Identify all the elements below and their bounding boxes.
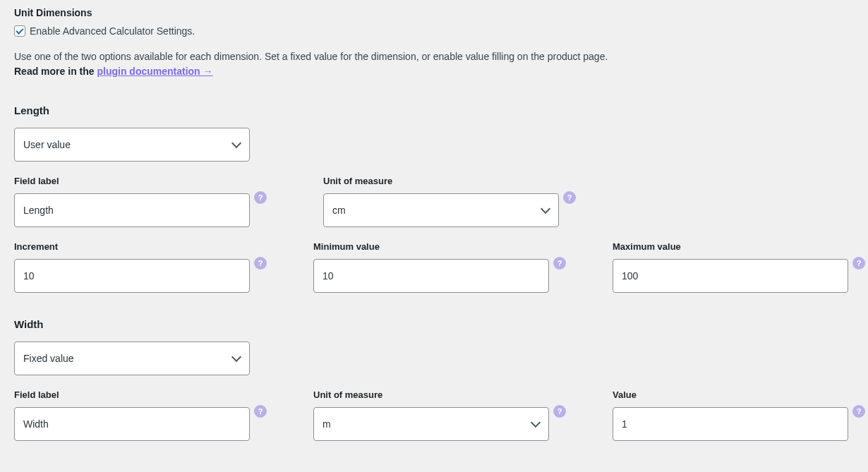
help-icon[interactable]: ? [852,257,865,270]
section-title: Unit Dimensions [14,7,854,18]
length-unit-select[interactable]: cm [323,193,559,227]
width-heading: Width [14,318,854,330]
width-value-label: Value [613,389,854,400]
length-heading: Length [14,104,854,116]
help-icon[interactable]: ? [254,257,267,270]
length-field-label-label: Field label [14,176,265,186]
description-bold: Read more in the plugin documentation → [14,66,213,77]
width-unit-col: Unit of measure m ? [313,389,555,441]
length-max-input[interactable] [613,259,848,293]
help-icon[interactable]: ? [553,405,566,418]
length-max-label: Maximum value [613,241,854,252]
length-increment-label: Increment [14,241,255,252]
length-unit-label: Unit of measure [323,176,574,186]
width-value-col: Value ? [613,389,854,441]
width-unit-select[interactable]: m [313,407,549,441]
length-type-select[interactable]: User value [14,128,250,162]
length-min-col: Minimum value ? [313,241,555,293]
length-min-input[interactable] [313,259,549,293]
length-max-col: Maximum value ? [613,241,854,293]
enable-advanced-label: Enable Advanced Calculator Settings. [30,25,195,37]
width-field-label-input[interactable] [14,407,250,441]
width-unit-label: Unit of measure [313,389,555,400]
length-field-label-col: Field label ? [14,176,265,227]
help-icon[interactable]: ? [852,405,865,418]
help-icon[interactable]: ? [254,405,267,418]
width-value-input[interactable] [613,407,848,441]
width-field-label-col: Field label ? [14,389,255,441]
length-increment-col: Increment ? [14,241,255,293]
enable-advanced-row: Enable Advanced Calculator Settings. [14,25,854,37]
description-text: Use one of the two options available for… [14,49,854,79]
length-increment-input[interactable] [14,259,250,293]
enable-advanced-checkbox[interactable] [14,25,25,37]
width-type-select[interactable]: Fixed value [14,341,250,375]
width-field-label-label: Field label [14,389,255,400]
plugin-documentation-link[interactable]: plugin documentation → [97,66,212,77]
help-icon[interactable]: ? [553,257,566,270]
length-min-label: Minimum value [313,241,555,252]
help-icon[interactable]: ? [563,191,576,204]
description-prefix: Use one of the two options available for… [14,51,608,62]
help-icon[interactable]: ? [254,191,267,204]
length-unit-col: Unit of measure cm ? [323,176,574,227]
length-field-label-input[interactable] [14,193,250,227]
